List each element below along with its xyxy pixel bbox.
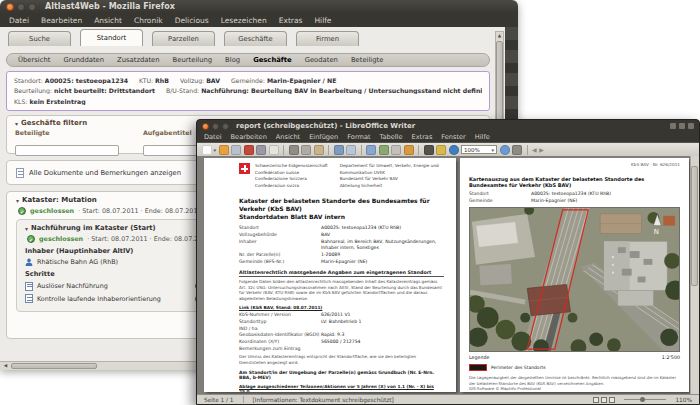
scrollbar-thumb[interactable] bbox=[11, 363, 97, 369]
subtab-zusatzdaten[interactable]: Zusatzdaten bbox=[117, 56, 160, 64]
new-document-icon[interactable] bbox=[202, 145, 212, 155]
tab-parzellen[interactable]: Parzellen bbox=[152, 31, 215, 46]
writer-window: report (schreibgeschützt) - LibreOffice … bbox=[196, 119, 700, 405]
menu-item[interactable]: Einfügen bbox=[309, 133, 338, 141]
menu-item[interactable]: Extras bbox=[279, 16, 303, 25]
collapse-arrow-icon[interactable]: ▾ bbox=[15, 120, 18, 127]
kv-row: GemeindeMarin-Epagnier (NE) bbox=[469, 198, 680, 205]
menu-item[interactable]: Ansicht bbox=[94, 16, 122, 25]
print-preview-icon[interactable] bbox=[269, 145, 279, 155]
dropdown-arrow-icon[interactable]: ▾ bbox=[214, 147, 217, 153]
drawing-icon[interactable] bbox=[404, 145, 414, 155]
collapse-arrow-icon[interactable]: ▾ bbox=[25, 225, 28, 232]
zoom-icon[interactable] bbox=[500, 145, 510, 155]
kv-row: InhaberBahnareal, im Bereich BAV, Nutzun… bbox=[239, 239, 444, 252]
export-pdf-icon[interactable] bbox=[244, 145, 254, 155]
columns-icon[interactable] bbox=[391, 145, 401, 155]
show-all-documents-link[interactable]: Alle Dokumente und Bemerkungen anzeigen bbox=[29, 169, 181, 177]
cut-icon[interactable] bbox=[289, 145, 299, 155]
firefox-titlebar[interactable]: Altlast4Web - Mozilla Firefox bbox=[0, 0, 518, 13]
collapse-arrow-icon[interactable]: ▾ bbox=[16, 197, 19, 204]
kv-row: Gemeinde (BFS-Nr.)Marin-Epagnier (NE) bbox=[239, 259, 444, 266]
menu-item[interactable]: Bearbeiten bbox=[231, 133, 267, 141]
document-icon bbox=[16, 168, 24, 178]
menu-item[interactable]: Ansicht bbox=[276, 133, 300, 141]
scroll-left-icon[interactable]: ◀ bbox=[1, 362, 10, 370]
find-replace-icon[interactable] bbox=[424, 145, 434, 155]
tab-standort[interactable]: Standort bbox=[80, 29, 143, 46]
info-row-1: Standort:A00025: testoeopa1234KTU:RhBVol… bbox=[14, 77, 482, 84]
writer-vertical-scrollbar[interactable] bbox=[690, 156, 699, 395]
hyperlink-icon[interactable] bbox=[379, 145, 389, 155]
info-row-2: Beurteilung:nicht beurteilt: Drittstando… bbox=[14, 87, 482, 94]
window-title: report (schreibgeschützt) - LibreOffice … bbox=[236, 122, 415, 130]
subtab-geodaten[interactable]: Geodaten bbox=[305, 56, 338, 64]
gallery-icon[interactable] bbox=[449, 145, 459, 155]
navigate-forward-icon[interactable]: ▶ bbox=[539, 146, 544, 153]
single-page-view-icon[interactable] bbox=[593, 397, 599, 403]
redo-icon[interactable] bbox=[346, 145, 356, 155]
menu-item[interactable]: Datei bbox=[9, 16, 29, 25]
scrollbar-thumb[interactable] bbox=[691, 166, 698, 286]
subtab-geschaefte[interactable]: Geschäfte bbox=[253, 56, 292, 64]
menu-item[interactable]: Lesezeichen bbox=[221, 16, 267, 25]
open-icon[interactable] bbox=[219, 145, 229, 155]
window-maximize-button[interactable] bbox=[222, 123, 229, 130]
subtab-uebersicht[interactable]: Übersicht bbox=[18, 56, 50, 64]
copy-icon[interactable] bbox=[301, 145, 311, 155]
kv-row: VollzugsbehördeBAV bbox=[239, 232, 444, 239]
zoom-combobox[interactable]: 100% ▾ bbox=[461, 145, 497, 154]
data-sources-icon[interactable] bbox=[512, 145, 522, 155]
navigator-icon[interactable] bbox=[436, 145, 446, 155]
table-icon[interactable] bbox=[366, 145, 376, 155]
tab-suche[interactable]: Suche bbox=[8, 31, 71, 46]
step-row: Auslöser Nachführung ✔ bbox=[25, 282, 203, 291]
tab-firmen[interactable]: Firmen bbox=[296, 31, 359, 46]
statusbar-page: Seite 1 / 1 bbox=[204, 397, 234, 403]
scroll-up-icon[interactable]: ▲ bbox=[496, 32, 503, 40]
beteiligte-input[interactable] bbox=[15, 145, 119, 156]
window-close-button[interactable] bbox=[6, 3, 14, 11]
status-closed-icon: ✔ bbox=[18, 207, 26, 215]
inhaber-link[interactable]: Rhätische Bahn AG (RhB) bbox=[37, 258, 118, 266]
menu-item[interactable]: Chronik bbox=[134, 16, 163, 25]
book-view-icon[interactable] bbox=[609, 397, 615, 403]
page-header-note: KbS BAV · Nr. 626/2011 bbox=[469, 162, 680, 167]
menu-item[interactable]: Bearbeiten bbox=[41, 16, 82, 25]
info-row-3: KLS:kein Ersteintrag bbox=[14, 98, 482, 105]
subtab-beteiligte[interactable]: Beteiligte bbox=[351, 56, 384, 64]
statusbar-doc-info: [Informationen: Textdokument schreibgesc… bbox=[253, 397, 394, 403]
menu-item[interactable]: Fenster bbox=[441, 133, 465, 141]
kv-row: IND / ha bbox=[239, 326, 444, 333]
save-icon[interactable] bbox=[231, 145, 241, 155]
navigate-back-icon[interactable]: ◀ bbox=[532, 146, 537, 153]
document-area: Schweizerische EidgenossenschaftConfédér… bbox=[197, 156, 699, 395]
subtab-beurteilung[interactable]: Beurteilung bbox=[173, 56, 213, 64]
tab-geschaefte[interactable]: Geschäfte bbox=[224, 31, 287, 46]
paste-icon[interactable] bbox=[314, 145, 324, 155]
menu-item[interactable]: Hilfe bbox=[314, 16, 331, 25]
window-maximize-button[interactable] bbox=[28, 3, 36, 11]
step-link[interactable]: Kontrolle laufende Inhaberorientierung bbox=[37, 295, 161, 303]
multi-page-view-icon[interactable] bbox=[601, 397, 607, 403]
zoom-slider-knob[interactable] bbox=[640, 397, 645, 402]
menu-item[interactable]: Format bbox=[347, 133, 370, 141]
writer-titlebar[interactable]: report (schreibgeschützt) - LibreOffice … bbox=[197, 120, 699, 132]
print-icon[interactable] bbox=[256, 145, 266, 155]
menu-item[interactable]: Extras bbox=[412, 133, 433, 141]
toolbar-separator bbox=[328, 145, 329, 155]
menu-item[interactable]: Delicious bbox=[175, 16, 209, 25]
subtab-grunddaten[interactable]: Grunddaten bbox=[63, 56, 104, 64]
window-minimize-button[interactable] bbox=[17, 3, 25, 11]
legend-heading: Legende bbox=[469, 355, 490, 360]
undo-icon[interactable] bbox=[334, 145, 344, 155]
step-link[interactable]: Auslöser Nachführung bbox=[37, 282, 108, 290]
window-close-button[interactable] bbox=[202, 123, 209, 130]
main-tabs: Suche Standort Parzellen Geschäfte Firme… bbox=[8, 31, 359, 46]
subtab-blog[interactable]: Blog bbox=[225, 56, 240, 64]
menu-item[interactable]: Datei bbox=[204, 133, 222, 141]
menu-item[interactable]: Tabelle bbox=[380, 133, 403, 141]
menu-item[interactable]: Hilfe bbox=[475, 133, 490, 141]
zoom-slider[interactable] bbox=[624, 399, 666, 400]
window-minimize-button[interactable] bbox=[212, 123, 219, 130]
